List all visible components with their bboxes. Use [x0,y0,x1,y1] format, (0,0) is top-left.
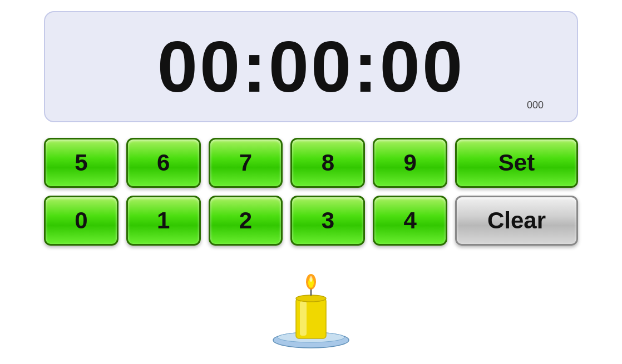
timer-milliseconds: 000 [527,99,544,111]
digit-5-button[interactable]: 5 [44,138,119,188]
numpad-row-2: 0 1 2 3 4 Clear [44,196,578,246]
timer-digits: 00:00:00 [157,31,465,103]
svg-point-4 [296,295,326,302]
digit-7-button[interactable]: 7 [209,138,283,188]
clear-button[interactable]: Clear [455,196,578,246]
digit-4-button[interactable]: 4 [373,196,447,246]
digit-2-button[interactable]: 2 [209,196,283,246]
digit-3-button[interactable]: 3 [290,196,365,246]
numpad-grid: 5 6 7 8 9 Set 0 1 2 3 4 Clear [44,138,578,246]
digit-1-button[interactable]: 1 [126,196,201,246]
digit-0-button[interactable]: 0 [44,196,119,246]
set-button[interactable]: Set [455,138,578,188]
numpad-row-1: 5 6 7 8 9 Set [44,138,578,188]
digit-6-button[interactable]: 6 [126,138,201,188]
candle-illustration [264,262,358,348]
digit-8-button[interactable]: 8 [290,138,365,188]
svg-rect-3 [300,301,307,336]
svg-point-8 [310,276,313,282]
timer-display: 00:00:00 000 [44,11,578,122]
digit-9-button[interactable]: 9 [373,138,447,188]
candle-svg [264,262,358,348]
